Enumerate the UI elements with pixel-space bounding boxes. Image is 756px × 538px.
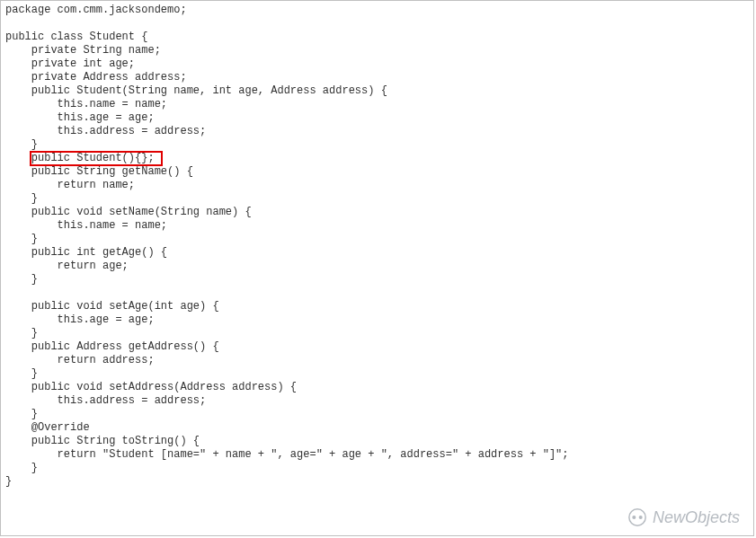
code-line: @Override	[5, 421, 751, 435]
code-line: public String toString() {	[5, 435, 751, 448]
code-line: }	[5, 367, 751, 381]
code-line: this.name = name;	[5, 219, 751, 233]
code-line: package com.cmm.jacksondemo;	[5, 4, 751, 17]
code-area: package com.cmm.jacksondemo;public class…	[2, 2, 752, 534]
code-line: this.age = age;	[5, 313, 751, 327]
code-line: }	[5, 475, 751, 489]
code-line: public String getName() {	[5, 165, 751, 179]
code-line: public void setAddress(Address address) …	[5, 381, 751, 394]
code-line: private int age;	[5, 57, 751, 71]
code-line: }	[5, 462, 751, 475]
code-line: public Address getAddress() {	[5, 340, 751, 354]
code-line: this.age = age;	[5, 111, 751, 125]
code-line: public void setName(String name) {	[5, 206, 751, 219]
code-line	[5, 17, 751, 31]
code-line: public Student(){};	[5, 152, 751, 165]
code-line: private String name;	[5, 44, 751, 57]
editor-frame: package com.cmm.jacksondemo;public class…	[0, 0, 754, 536]
code-line: }	[5, 327, 751, 340]
code-line: return age;	[5, 260, 751, 273]
code-line: this.name = name;	[5, 98, 751, 111]
code-line: }	[5, 138, 751, 152]
code-line: return name;	[5, 179, 751, 192]
code-line: public int getAge() {	[5, 246, 751, 260]
code-line: }	[5, 408, 751, 421]
code-line: public class Student {	[5, 31, 751, 44]
code-line: return "Student [name=" + name + ", age=…	[5, 448, 751, 462]
code-line: private Address address;	[5, 71, 751, 84]
code-line: this.address = address;	[5, 394, 751, 408]
code-line: public Student(String name, int age, Add…	[5, 84, 751, 98]
code-line	[5, 287, 751, 300]
code-line: public void setAge(int age) {	[5, 300, 751, 313]
code-line: }	[5, 273, 751, 287]
code-line: return address;	[5, 354, 751, 367]
code-line: }	[5, 233, 751, 246]
code-line: this.address = address;	[5, 125, 751, 138]
code-line: }	[5, 192, 751, 206]
